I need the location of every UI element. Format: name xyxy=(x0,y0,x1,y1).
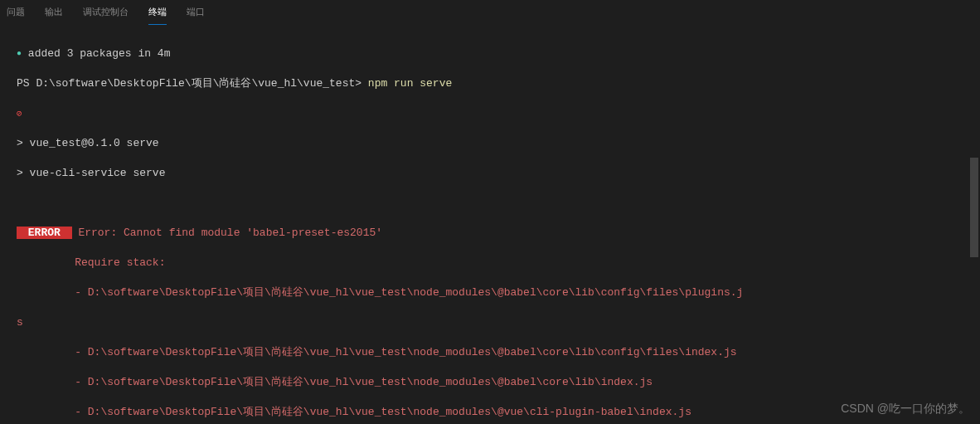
bullet-icon: ● xyxy=(17,49,22,58)
stack-trace-2: - D:\software\DesktopFile\项目\尚硅谷\vue_hl\… xyxy=(75,346,736,358)
prompt-path: PS D:\software\DesktopFile\项目\尚硅谷\vue_hl… xyxy=(17,77,368,90)
tab-debug-console[interactable]: 调试控制台 xyxy=(83,1,129,23)
indent xyxy=(17,286,75,299)
scrollbar-thumb[interactable] xyxy=(970,158,978,257)
tab-problems[interactable]: 问题 xyxy=(7,1,25,23)
stack-trace-4: - D:\software\DesktopFile\项目\尚硅谷\vue_hl\… xyxy=(75,406,691,418)
panel-tabs: 问题 输出 调试控制台 终端 端口 xyxy=(0,0,980,25)
fail-icon: ⊘ xyxy=(17,109,22,119)
indent xyxy=(17,376,75,388)
terminal-output[interactable]: ● added 3 packages in 4m PS D:\software\… xyxy=(0,25,980,424)
tab-ports[interactable]: 端口 xyxy=(187,1,205,23)
indent xyxy=(17,256,75,269)
stack-trace-1a: - D:\software\DesktopFile\项目\尚硅谷\vue_hl\… xyxy=(75,286,743,299)
tab-terminal[interactable]: 终端 xyxy=(148,1,167,23)
serve-line-1: > vue_test@0.1.0 serve xyxy=(17,136,963,151)
added-packages-text: added 3 packages in 4m xyxy=(28,47,171,60)
tab-output[interactable]: 输出 xyxy=(45,1,63,23)
require-stack-label: Require stack: xyxy=(75,256,165,269)
npm-command: npm run serve xyxy=(368,77,452,90)
serve-line-2: > vue-cli-service serve xyxy=(17,166,963,181)
watermark: CSDN @吃一口你的梦。 xyxy=(841,401,970,417)
indent xyxy=(17,406,75,418)
scrollbar[interactable] xyxy=(970,25,978,424)
error-badge: ERROR xyxy=(17,227,72,239)
stack-trace-1b: s xyxy=(17,315,963,330)
stack-trace-3: - D:\software\DesktopFile\项目\尚硅谷\vue_hl\… xyxy=(75,376,653,388)
error-message: Error: Cannot find module 'babel-preset-… xyxy=(72,227,382,239)
indent xyxy=(17,346,75,358)
